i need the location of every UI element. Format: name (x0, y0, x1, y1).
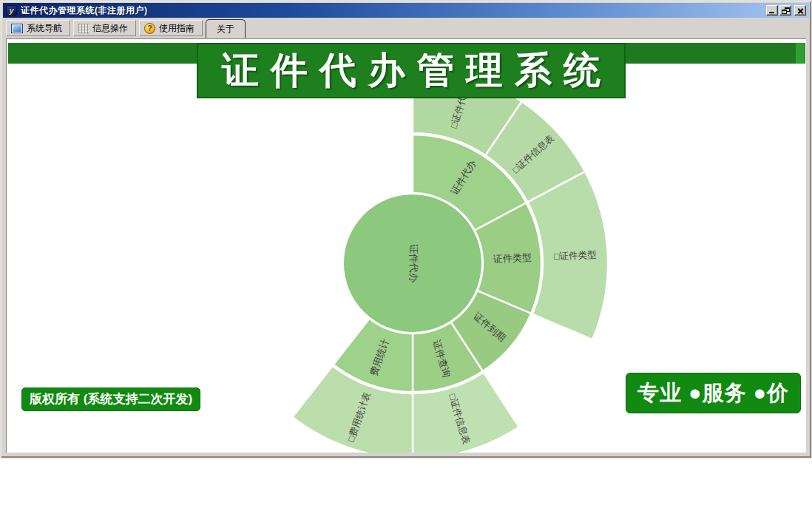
toolbar-item-label: 关于 (217, 23, 234, 35)
app-window: y 证件代办管理系统(非注册用户) 系统导航信息操作?使用指南关于 证件代办证件… (0, 0, 812, 458)
help-icon: ? (144, 23, 155, 34)
app-logo-icon: y (6, 5, 17, 16)
restore-button[interactable] (779, 5, 791, 16)
window-title: 证件代办管理系统(非注册用户) (21, 4, 766, 17)
minimize-icon (769, 12, 774, 13)
banner-strip-highlight (796, 43, 805, 64)
about-page: 证件代办证件代办证件类型证件到期证件查询费用统计□证件代办□证件信息表□证件类型… (6, 38, 806, 453)
page-title: 证件代办管理系统 (222, 46, 612, 95)
toolbar-button-user-guide[interactable]: ?使用指南 (139, 20, 203, 36)
window-controls (766, 5, 806, 16)
toolbar-button-system-nav[interactable]: 系统导航 (6, 20, 70, 36)
monitor-icon (11, 24, 23, 33)
toolbar-button-info-ops[interactable]: 信息操作 (73, 20, 136, 36)
toolbar-item-label: 信息操作 (92, 22, 128, 35)
banner-title-box: 证件代办管理系统 (197, 43, 626, 98)
copyright-badge: 版权所有 (系统支持二次开发) (21, 387, 200, 411)
grid-icon (78, 24, 89, 33)
sunburst-center-label: 证件代办 (408, 244, 419, 283)
toolbar-item-label: 使用指南 (159, 22, 194, 35)
minimize-button[interactable] (766, 5, 778, 16)
close-button[interactable] (794, 5, 806, 16)
tab-about[interactable]: 关于 (206, 19, 246, 38)
slogan-badge: 专业 ●服务 ●价值 (626, 373, 801, 413)
sunburst-ring2-label-2: □证件类型 (554, 249, 597, 261)
sunburst-ring1-label-1: 证件类型 (493, 251, 532, 264)
toolbar: 系统导航信息操作?使用指南关于 (3, 18, 809, 38)
titlebar[interactable]: y 证件代办管理系统(非注册用户) (3, 3, 809, 18)
toolbar-item-label: 系统导航 (27, 22, 62, 35)
